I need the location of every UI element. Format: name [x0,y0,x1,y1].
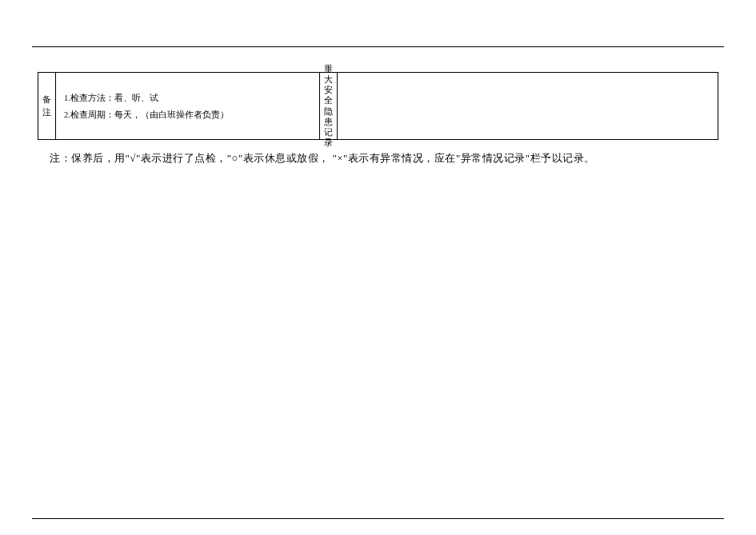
col-remarks-body: 1.检查方法：看、听、试 2.检查周期：每天，（由白班操作者负责） [56,73,320,139]
footer-note: 注：保养后，用"√"表示进行了点检，"○"表示休息或放假， "×"表示有异常情况… [50,151,718,166]
remarks-table: 备注 1.检查方法：看、听、试 2.检查周期：每天，（由白班操作者负责） 重大安… [38,72,718,140]
check-period-line: 2.检查周期：每天，（由白班操作者负责） [64,106,311,123]
col-remarks-label: 备注 [38,73,56,139]
safety-label-text: 重大安全隐患记录 [324,64,334,149]
bottom-rule [32,518,724,519]
top-rule [32,46,724,47]
remarks-label-text: 备注 [42,94,52,118]
col-safety-record-area [338,73,718,139]
col-safety-label: 重大安全隐患记录 [320,73,338,139]
check-method-line: 1.检查方法：看、听、试 [64,90,311,106]
document-page: 备注 1.检查方法：看、听、试 2.检查周期：每天，（由白班操作者负责） 重大安… [0,0,756,535]
